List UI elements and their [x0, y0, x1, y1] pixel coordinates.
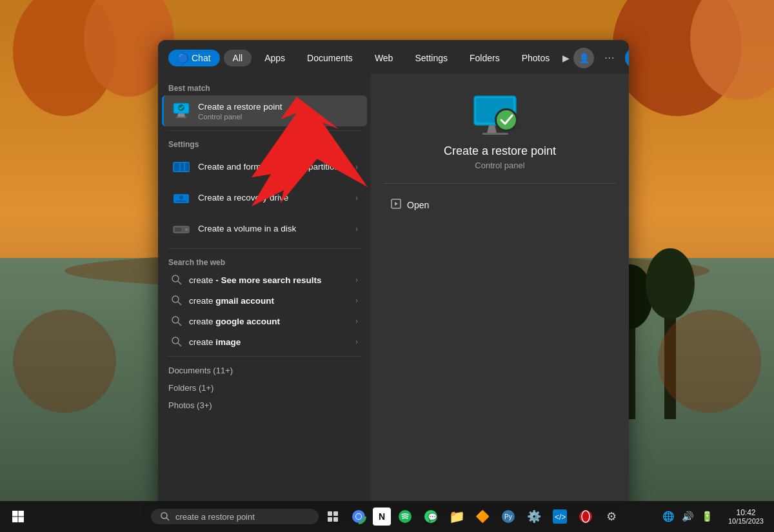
python-icon[interactable]: Py — [497, 505, 520, 528]
vlc-icon[interactable]: 🔶 — [471, 505, 494, 528]
disk-partitions-icon — [171, 157, 192, 177]
whatsapp-icon[interactable]: 💬 — [419, 505, 442, 528]
svg-rect-58 — [12, 511, 18, 517]
web-search-item-2[interactable]: create gmail account › — [162, 290, 367, 311]
web-search-text-1: create - See more search results — [189, 275, 322, 285]
web-search-item-4[interactable]: create image › — [162, 331, 367, 352]
system-tray: 🌐 🔊 🔋 — [655, 507, 722, 526]
tab-all[interactable]: All — [224, 50, 252, 66]
taskbar-right: 🌐 🔊 🔋 10:42 10/15/2023 — [655, 507, 769, 526]
taskbar-search-icon — [160, 511, 170, 522]
chevron-right-1: › — [355, 163, 358, 172]
photos-section[interactable]: Photos (3+) — [158, 395, 371, 413]
restore-point-icon — [171, 101, 192, 121]
svg-rect-61 — [19, 517, 25, 523]
svg-rect-64 — [328, 511, 332, 516]
svg-rect-54 — [482, 133, 508, 135]
tabs-bar: 🔵 Chat All Apps Documents Web Settings F… — [158, 40, 629, 74]
settings-item-volume-disk[interactable]: Create a volume in a disk › — [162, 213, 367, 244]
chevron-web-2: › — [355, 296, 358, 305]
best-match-item[interactable]: Create a restore point Control panel — [162, 95, 367, 126]
divider-2 — [167, 248, 362, 249]
more-tabs-button[interactable]: ▶ — [562, 50, 570, 66]
svg-point-72 — [399, 510, 412, 523]
tabs-right-actions: 👤 ··· b — [573, 48, 629, 68]
notion-icon[interactable]: N — [373, 507, 391, 526]
svg-text:</>: </> — [555, 513, 566, 522]
taskbar-search-text: create a restore point — [175, 512, 255, 522]
svg-point-20 — [13, 310, 116, 413]
bing-search-icon[interactable]: b — [625, 48, 629, 68]
svg-rect-67 — [333, 517, 338, 522]
detail-title: Create a restore point — [444, 144, 556, 158]
more-options-button[interactable]: ··· — [599, 48, 620, 68]
svg-point-40 — [172, 275, 179, 282]
svg-rect-66 — [328, 517, 332, 522]
chevron-web-1: › — [355, 275, 358, 284]
tab-chat[interactable]: 🔵 Chat — [168, 50, 220, 66]
search-icon-2 — [171, 295, 183, 306]
more-settings-icon[interactable]: ⚙ — [600, 505, 623, 528]
folders-section[interactable]: Folders (1+) — [158, 378, 371, 395]
vscode-icon[interactable]: </> — [548, 505, 571, 528]
battery-icon[interactable]: 🔋 — [699, 507, 717, 526]
tab-apps[interactable]: Apps — [255, 50, 294, 66]
settings-icon[interactable]: ⚙️ — [522, 505, 546, 528]
svg-rect-35 — [176, 201, 186, 202]
recovery-drive-icon — [171, 188, 192, 208]
settings-item-disk-partitions[interactable]: Create and format hard disk partitions › — [162, 152, 367, 182]
svg-text:💬: 💬 — [428, 512, 437, 522]
tab-photos[interactable]: Photos — [513, 50, 559, 66]
user-avatar[interactable]: 👤 — [573, 48, 594, 68]
svg-point-79 — [579, 510, 592, 523]
web-search-text-2: create gmail account — [189, 296, 274, 306]
spotify-icon[interactable] — [393, 505, 417, 528]
web-search-item-3[interactable]: create google account › — [162, 311, 367, 331]
chevron-web-3: › — [355, 317, 358, 326]
svg-rect-30 — [174, 163, 179, 171]
chevron-right-2: › — [355, 193, 358, 202]
svg-text:Py: Py — [504, 513, 512, 520]
main-content: Best match Create a restore poi — [158, 74, 629, 511]
taskbar: create a restore point N — [0, 501, 774, 532]
best-match-label: Best match — [158, 79, 371, 95]
open-action[interactable]: Open — [384, 194, 616, 216]
tab-folders[interactable]: Folders — [461, 50, 509, 66]
volume-icon[interactable]: 🔊 — [679, 507, 697, 526]
tab-settings[interactable]: Settings — [406, 50, 457, 66]
svg-rect-32 — [185, 163, 189, 171]
svg-point-21 — [658, 310, 761, 413]
settings-item-recovery-drive[interactable]: Create a recovery drive › — [162, 182, 367, 213]
settings-section-label: Settings — [158, 135, 371, 152]
start-button[interactable] — [5, 504, 31, 529]
svg-line-43 — [178, 302, 181, 305]
open-label: Open — [407, 200, 429, 210]
settings-item-2-text: Create a recovery drive — [198, 192, 349, 204]
clock[interactable]: 10:42 10/15/2023 — [723, 508, 769, 525]
search-icon-3 — [171, 315, 183, 327]
taskbar-center: create a restore point N — [151, 505, 623, 528]
opera-icon[interactable] — [574, 505, 597, 528]
svg-rect-38 — [175, 228, 181, 232]
file-explorer-icon[interactable]: 📁 — [445, 505, 468, 528]
settings-item-1-text: Create and format hard disk partitions — [198, 161, 349, 173]
search-icon-1 — [171, 274, 183, 286]
chrome-icon[interactable] — [347, 505, 370, 528]
network-icon[interactable]: 🌐 — [660, 507, 678, 526]
task-view-button[interactable] — [321, 505, 344, 528]
search-web-label: Search the web — [158, 253, 371, 270]
web-search-item-1[interactable]: create - See more search results › — [162, 270, 367, 290]
svg-point-62 — [161, 513, 167, 518]
settings-item-3-text: Create a volume in a disk — [198, 223, 349, 235]
svg-line-41 — [178, 281, 181, 284]
svg-point-39 — [185, 228, 188, 231]
right-detail-panel: Create a restore point Control panel Ope… — [371, 74, 629, 511]
left-results-panel: Best match Create a restore poi — [158, 74, 371, 511]
taskbar-search-bar[interactable]: create a restore point — [151, 509, 319, 524]
tab-web[interactable]: Web — [366, 50, 402, 66]
svg-rect-31 — [181, 163, 184, 171]
documents-section[interactable]: Documents (11+) — [158, 360, 371, 378]
tab-documents[interactable]: Documents — [298, 50, 362, 66]
search-panel: 🔵 Chat All Apps Documents Web Settings F… — [158, 40, 629, 511]
divider-3 — [167, 356, 362, 357]
